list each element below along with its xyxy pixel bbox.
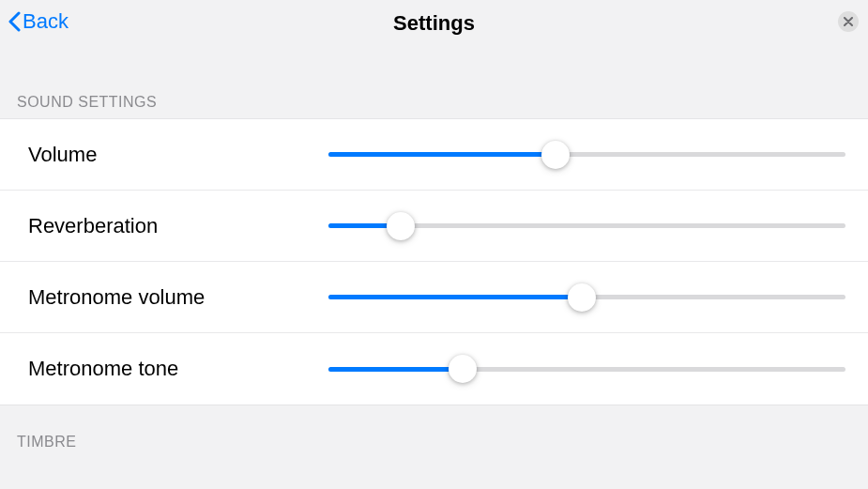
row-metronome-tone: Metronome tone: [0, 333, 868, 405]
section-header-timbre: Timbre: [0, 405, 868, 458]
slider-thumb[interactable]: [568, 283, 596, 312]
label-reverberation: Reverberation: [28, 214, 328, 238]
row-volume: Volume: [0, 119, 868, 191]
slider-volume[interactable]: [328, 141, 845, 169]
label-metronome-volume: Metronome volume: [28, 285, 328, 310]
close-button[interactable]: [838, 11, 859, 32]
slider-fill: [328, 367, 463, 372]
row-metronome-volume: Metronome volume: [0, 262, 868, 333]
close-icon: [844, 14, 853, 29]
slider-metronome-volume[interactable]: [328, 283, 845, 312]
slider-reverberation[interactable]: [328, 212, 845, 240]
slider-thumb[interactable]: [449, 355, 477, 383]
slider-thumb[interactable]: [387, 212, 415, 240]
back-label: Back: [23, 9, 69, 34]
row-reverberation: Reverberation: [0, 191, 868, 262]
sound-settings-list: Volume Reverberation Metronome volume Me…: [0, 118, 868, 405]
label-volume: Volume: [28, 143, 328, 167]
chevron-left-icon: [8, 11, 21, 32]
slider-fill: [328, 152, 556, 157]
slider-fill: [328, 295, 582, 299]
label-metronome-tone: Metronome tone: [28, 357, 328, 381]
section-header-sound: Sound Settings: [0, 47, 868, 118]
back-button[interactable]: Back: [8, 9, 69, 34]
slider-metronome-tone[interactable]: [328, 355, 845, 383]
header: Back Settings: [0, 0, 868, 47]
page-title: Settings: [393, 11, 475, 36]
slider-thumb[interactable]: [541, 141, 570, 169]
